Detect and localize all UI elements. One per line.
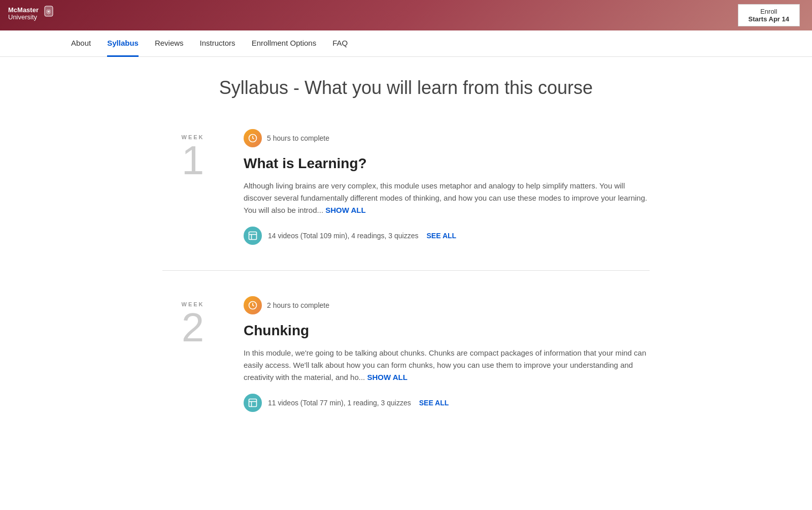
logo-text: McMaster University ⛨ bbox=[8, 4, 54, 26]
week-1-number: 1 bbox=[162, 140, 223, 181]
logo-area: McMaster University ⛨ bbox=[8, 4, 54, 26]
week-1-see-all[interactable]: SEE ALL bbox=[427, 232, 457, 240]
clock-icon-1 bbox=[244, 129, 262, 147]
starts-label: Starts Apr 14 bbox=[749, 15, 789, 23]
week-2-stats-row: 11 videos (Total 77 min), 1 reading, 3 q… bbox=[244, 394, 650, 412]
nav-item-syllabus[interactable]: Syllabus bbox=[107, 30, 139, 57]
svg-text:McMaster: McMaster bbox=[8, 6, 39, 14]
week-1-hours: 5 hours to complete bbox=[267, 134, 329, 142]
enroll-label: Enroll bbox=[749, 8, 789, 15]
week-2-time-badge: 2 hours to complete bbox=[244, 296, 650, 314]
nav-item-enrollment[interactable]: Enrollment Options bbox=[252, 30, 317, 57]
week-1-label-col: WEEK 1 bbox=[162, 129, 223, 245]
week-2-number: 2 bbox=[162, 307, 223, 348]
week-1-content: 5 hours to complete What is Learning? Al… bbox=[244, 129, 650, 245]
content-icon-2 bbox=[244, 394, 262, 412]
nav-bar: About Syllabus Reviews Instructors Enrol… bbox=[0, 30, 812, 57]
week-1-section: WEEK 1 5 hours to complete What is Learn… bbox=[162, 129, 650, 271]
nav-item-faq[interactable]: FAQ bbox=[332, 30, 348, 57]
week-2-hours: 2 hours to complete bbox=[267, 301, 329, 309]
nav-item-about[interactable]: About bbox=[71, 30, 91, 57]
week-2-label-col: WEEK 2 bbox=[162, 296, 223, 412]
week-2-see-all[interactable]: SEE ALL bbox=[419, 399, 449, 407]
week-2-title: Chunking bbox=[244, 323, 650, 339]
svg-rect-9 bbox=[249, 399, 257, 407]
nav-item-reviews[interactable]: Reviews bbox=[155, 30, 184, 57]
svg-text:University: University bbox=[8, 13, 38, 21]
svg-rect-5 bbox=[249, 232, 257, 240]
week-1-stats-text: 14 videos (Total 109 min), 4 readings, 3… bbox=[268, 232, 419, 240]
site-header: McMaster University ⛨ Enroll Starts Apr … bbox=[0, 0, 812, 30]
enroll-button[interactable]: Enroll Starts Apr 14 bbox=[738, 4, 800, 26]
week-2-show-all[interactable]: SHOW ALL bbox=[367, 373, 407, 381]
nav-item-instructors[interactable]: Instructors bbox=[200, 30, 235, 57]
week-1-title: What is Learning? bbox=[244, 155, 650, 172]
week-2-content: 2 hours to complete Chunking In this mod… bbox=[244, 296, 650, 412]
main-content: Syllabus - What you will learn from this… bbox=[152, 57, 660, 468]
clock-icon-2 bbox=[244, 296, 262, 314]
week-2-section: WEEK 2 2 hours to complete Chunking In t… bbox=[162, 296, 650, 437]
svg-text:⛨: ⛨ bbox=[46, 9, 52, 15]
week-2-stats-text: 11 videos (Total 77 min), 1 reading, 3 q… bbox=[268, 399, 411, 407]
week-1-time-badge: 5 hours to complete bbox=[244, 129, 650, 147]
week-1-show-all[interactable]: SHOW ALL bbox=[325, 206, 365, 214]
week-1-stats-row: 14 videos (Total 109 min), 4 readings, 3… bbox=[244, 227, 650, 245]
content-icon-1 bbox=[244, 227, 262, 245]
page-title: Syllabus - What you will learn from this… bbox=[162, 77, 650, 99]
week-2-description: In this module, we're going to be talkin… bbox=[244, 347, 650, 384]
week-1-description: Although living brains are very complex,… bbox=[244, 180, 650, 216]
